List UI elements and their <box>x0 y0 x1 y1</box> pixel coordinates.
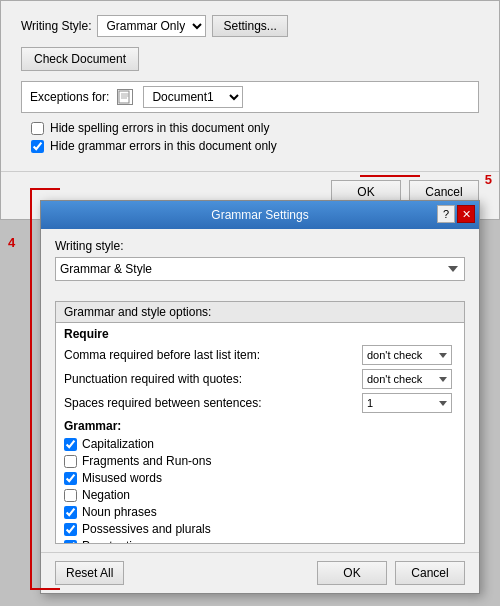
spaces-between-dropdown[interactable]: 1 2 don't check <box>362 393 452 413</box>
comma-last-item-dropdown[interactable]: don't check always never <box>362 345 452 365</box>
dialog-body: Writing style: Grammar & Style Grammar O… <box>41 229 479 552</box>
punctuation-option: Punctuation <box>64 539 456 543</box>
writing-style-section-label: Writing style: <box>55 239 465 253</box>
negation-label: Negation <box>82 488 130 502</box>
red-bracket-left <box>30 188 32 588</box>
noun-phrases-label: Noun phrases <box>82 505 157 519</box>
reset-all-button[interactable]: Reset All <box>55 561 124 585</box>
annotation-4: 4 <box>8 235 15 250</box>
hide-spelling-checkbox[interactable] <box>31 122 44 135</box>
section-header: Grammar and style options: <box>56 302 464 323</box>
noun-phrases-checkbox[interactable] <box>64 506 77 519</box>
dialog-footer: Reset All OK Cancel <box>41 552 479 593</box>
grammar-cancel-button[interactable]: Cancel <box>395 561 465 585</box>
word-options-content: Writing Style: Grammar Only Settings... … <box>1 1 499 167</box>
check-document-button[interactable]: Check Document <box>21 47 139 71</box>
annotation-5: 5 <box>485 172 492 187</box>
hide-grammar-checkbox[interactable] <box>31 140 44 153</box>
writing-style-row: Writing Style: Grammar Only Settings... <box>21 15 479 37</box>
fragments-option: Fragments and Run-ons <box>64 454 456 468</box>
punctuation-quotes-row: Punctuation required with quotes: don't … <box>64 369 456 389</box>
hide-grammar-label: Hide grammar errors in this document onl… <box>50 139 277 153</box>
help-button[interactable]: ? <box>437 205 455 223</box>
capitalization-label: Capitalization <box>82 437 154 451</box>
hide-spelling-row: Hide spelling errors in this document on… <box>21 121 479 135</box>
misused-label: Misused words <box>82 471 162 485</box>
spaces-between-row: Spaces required between sentences: 1 2 d… <box>64 393 456 413</box>
writing-style-dropdown[interactable]: Grammar Only <box>97 15 206 37</box>
fragments-checkbox[interactable] <box>64 455 77 468</box>
grammar-ok-button[interactable]: OK <box>317 561 387 585</box>
settings-button[interactable]: Settings... <box>212 15 287 37</box>
red-bracket-bottom <box>30 588 60 590</box>
writing-style-label: Writing Style: <box>21 19 91 33</box>
exceptions-for-label: Exceptions for: <box>30 90 109 104</box>
titlebar-controls: ? ✕ <box>437 205 475 223</box>
misused-checkbox[interactable] <box>64 472 77 485</box>
doc-icon <box>117 89 133 105</box>
red-arrow-right <box>360 175 420 177</box>
negation-option: Negation <box>64 488 456 502</box>
spaces-between-label: Spaces required between sentences: <box>64 396 362 410</box>
possessives-option: Possessives and plurals <box>64 522 456 536</box>
capitalization-option: Capitalization <box>64 437 456 451</box>
dialog-footer-right: OK Cancel <box>317 561 465 585</box>
hide-spelling-label: Hide spelling errors in this document on… <box>50 121 269 135</box>
capitalization-checkbox[interactable] <box>64 438 77 451</box>
require-label: Require <box>64 327 456 341</box>
misused-option: Misused words <box>64 471 456 485</box>
dialog-title: Grammar Settings <box>211 208 308 222</box>
comma-last-item-row: Comma required before last list item: do… <box>64 345 456 365</box>
possessives-label: Possessives and plurals <box>82 522 211 536</box>
document-dropdown[interactable]: Document1 <box>143 86 243 108</box>
possessives-checkbox[interactable] <box>64 523 77 536</box>
comma-last-item-label: Comma required before last list item: <box>64 348 362 362</box>
exceptions-row: Exceptions for: Document1 <box>21 81 479 113</box>
negation-checkbox[interactable] <box>64 489 77 502</box>
grammar-section-label: Grammar: <box>64 419 456 433</box>
dialog-titlebar: Grammar Settings ? ✕ <box>41 201 479 229</box>
writing-style-select[interactable]: Grammar & Style Grammar Only Writing Sty… <box>55 257 465 281</box>
svg-rect-0 <box>119 91 129 103</box>
grammar-settings-dialog: Grammar Settings ? ✕ Writing style: Gram… <box>40 200 480 594</box>
fragments-label: Fragments and Run-ons <box>82 454 211 468</box>
punctuation-quotes-label: Punctuation required with quotes: <box>64 372 362 386</box>
punctuation-quotes-dropdown[interactable]: don't check inside outside <box>362 369 452 389</box>
punctuation-label: Punctuation <box>82 539 145 543</box>
close-button[interactable]: ✕ <box>457 205 475 223</box>
hide-grammar-row: Hide grammar errors in this document onl… <box>21 139 479 153</box>
punctuation-checkbox[interactable] <box>64 540 77 544</box>
options-scroll[interactable]: Require Comma required before last list … <box>56 323 464 543</box>
noun-phrases-option: Noun phrases <box>64 505 456 519</box>
word-options-panel: Writing Style: Grammar Only Settings... … <box>0 0 500 220</box>
grammar-options-section: Grammar and style options: Require Comma… <box>55 301 465 544</box>
red-bracket-top <box>30 188 60 190</box>
